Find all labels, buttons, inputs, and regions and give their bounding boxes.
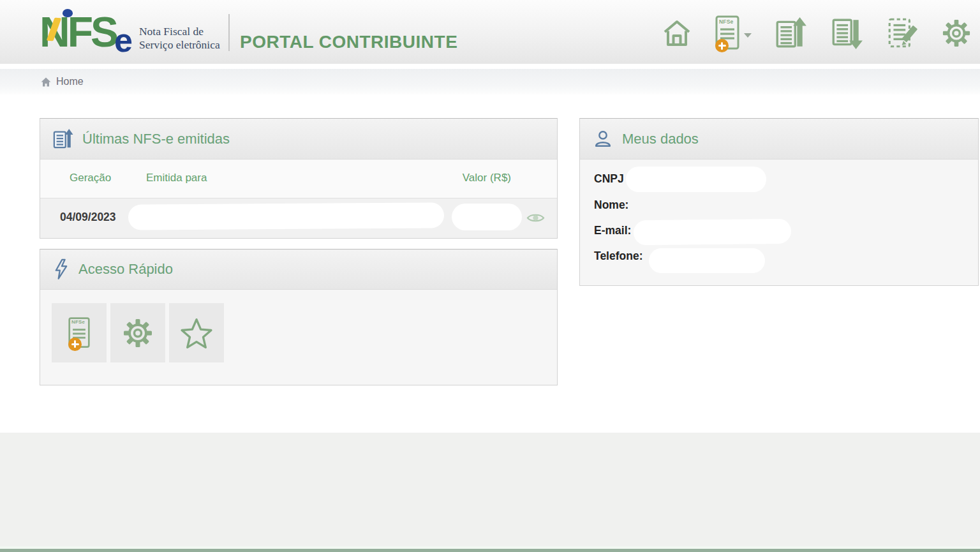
acesso-card-body: NFSe <box>40 290 557 385</box>
ultimas-nfse-card: Últimas NFS-e emitidas Geração Emitida p… <box>40 118 558 239</box>
nome-label: Nome: <box>594 198 628 212</box>
view-nfse-eye-icon[interactable] <box>526 211 545 227</box>
nfse-document-icon: NFSe <box>715 15 740 51</box>
quick-access-settings-tile[interactable] <box>110 303 165 362</box>
gear-icon <box>122 318 153 348</box>
ultimas-card-title: Últimas NFS-e emitidas <box>82 131 230 147</box>
breadcrumb-home-icon <box>41 77 51 87</box>
meus-dados-card-title: Meus dados <box>622 131 699 147</box>
brand-tagline: Nota Fiscal de Serviço eletrônica <box>139 25 220 60</box>
table-row: 04/09/2023 <box>40 198 557 238</box>
nfse-icon-label: NFSe <box>719 19 734 25</box>
nfse-icon-label: NFSe <box>71 319 85 325</box>
acesso-rapido-card: Acesso Rápido NFSe <box>40 249 558 385</box>
ultimas-table-header: Geração Emitida para Valor (R$) <box>40 160 557 198</box>
person-icon <box>593 129 613 149</box>
column-header-geracao: Geração <box>70 172 111 184</box>
top-header-bar: NFSe Nota Fiscal de Serviço eletrônica P… <box>0 0 980 64</box>
cnpj-label: CNPJ <box>594 172 624 186</box>
quick-access-new-nfse-tile[interactable]: NFSe <box>52 303 107 362</box>
header-divider <box>228 14 230 51</box>
brand-e-text: e <box>114 22 133 59</box>
cell-geracao-date: 04/09/2023 <box>60 211 116 224</box>
redacted-valor-value <box>452 204 522 230</box>
meus-dados-card-header: Meus dados <box>580 119 978 160</box>
redacted-email-value <box>634 219 791 246</box>
settings-gear-icon[interactable] <box>942 19 971 48</box>
brand-tagline-line2: Serviço eletrônica <box>139 38 220 52</box>
acesso-card-title: Acesso Rápido <box>78 261 173 278</box>
plus-badge-icon <box>715 39 729 52</box>
plus-badge-icon <box>68 338 82 351</box>
email-label: E-mail: <box>594 224 631 237</box>
new-nfse-icon: NFSe <box>68 317 91 350</box>
nfse-logo[interactable]: NFSe Nota Fiscal de Serviço eletrônica <box>40 4 220 60</box>
telefone-label: Telefone: <box>594 250 643 263</box>
column-header-emitida-para: Emitida para <box>146 172 207 184</box>
lightning-bolt-icon <box>53 258 70 281</box>
portal-title: PORTAL CONTRIBUINTE <box>240 32 457 52</box>
drafts-icon[interactable] <box>886 16 920 50</box>
meus-dados-card: Meus dados CNPJ Nome: E-mail: Telefone: <box>579 118 979 286</box>
redacted-telefone-value <box>649 248 765 273</box>
home-icon[interactable] <box>661 17 693 49</box>
footer-green-bar <box>0 549 980 552</box>
footer: Receita Federal SEBRAE CNM CONFEDERAÇÃO … <box>0 433 980 552</box>
breadcrumb: Home <box>0 68 980 94</box>
chevron-down-icon <box>744 33 752 38</box>
new-nfse-icon[interactable]: NFSe <box>715 15 752 51</box>
ultimas-card-header: Últimas NFS-e emitidas <box>40 119 557 160</box>
portal-contribuinte-page: NFSe Nota Fiscal de Serviço eletrônica P… <box>0 0 980 552</box>
acesso-card-header: Acesso Rápido <box>40 250 557 290</box>
header-icon-menu: NFSe <box>661 15 971 51</box>
brand-tagline-line1: Nota Fiscal de <box>139 25 220 38</box>
nfse-wordmark: NFSe <box>40 4 135 60</box>
notes-received-icon[interactable] <box>829 16 864 50</box>
breadcrumb-home-link[interactable]: Home <box>56 76 84 87</box>
meus-dados-body: CNPJ Nome: E-mail: Telefone: <box>580 160 978 285</box>
document-up-arrow-icon <box>53 128 73 150</box>
redacted-emitida-para-value <box>128 202 444 230</box>
notes-emitted-icon[interactable] <box>773 16 808 50</box>
star-icon <box>181 318 212 348</box>
brand-flag-blue-accent <box>63 9 73 17</box>
quick-access-favorites-tile[interactable] <box>169 303 224 362</box>
redacted-cnpj-value <box>626 167 766 192</box>
column-header-valor: Valor (R$) <box>463 172 511 184</box>
